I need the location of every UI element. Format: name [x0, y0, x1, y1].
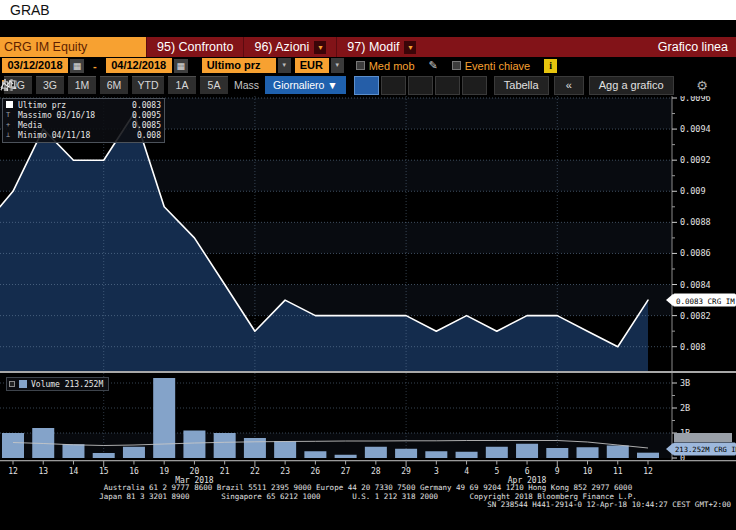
volume-bar — [62, 444, 84, 458]
window-title: GRAB — [0, 0, 736, 20]
expander-icon[interactable] — [9, 381, 15, 387]
menu-item-confronto[interactable]: 95) Confronto — [146, 37, 243, 57]
chevron-down-icon[interactable]: ▼ — [404, 41, 416, 54]
currency-select[interactable]: EUR — [295, 58, 329, 73]
volume-bar — [425, 451, 447, 458]
volume-pane: 01B2B3B213.252M CRG IM — [0, 373, 736, 460]
volume-bar — [637, 453, 659, 458]
price-tick-label: 0.0094 — [680, 124, 711, 134]
x-tick-label: 23 — [280, 467, 290, 476]
chart-toolbar: 1G 3G 1M 6M YTD 1A 5A Mass Giornaliero ▼… — [0, 74, 736, 96]
chevron-down-icon[interactable]: ▼ — [314, 41, 326, 54]
period-button-5a[interactable]: 5A — [200, 76, 228, 94]
chevron-down-icon[interactable]: ▼ — [331, 58, 344, 73]
volume-bar — [93, 453, 115, 458]
date-from-input[interactable]: 03/12/2018 — [2, 58, 68, 73]
mass-label[interactable]: Mass — [234, 79, 259, 91]
series-swatch-icon — [6, 101, 18, 110]
volume-swatch-icon — [19, 380, 27, 388]
x-tick-label: 21 — [220, 467, 230, 476]
eventi-chiave-checkbox[interactable] — [452, 61, 461, 70]
period-button-ytd[interactable]: YTD — [132, 76, 164, 94]
footer: Australia 61 2 9777 8600 Brazil 5511 239… — [0, 484, 736, 510]
price-tick-label: 0.008 — [680, 342, 706, 352]
volume-bar — [153, 378, 175, 458]
date-to-input[interactable]: 04/12/2018 — [106, 58, 172, 73]
agg-a-grafico-button[interactable]: Agg a grafico — [589, 76, 674, 95]
footer-session-line: SN 238544 H441-2914-0 12-Apr-18 10:44:27… — [0, 501, 736, 510]
x-tick-label: 19 — [159, 467, 169, 476]
price-tick-label: 0.0092 — [680, 155, 711, 165]
volume-bar — [183, 431, 205, 459]
x-tick-label: 4 — [464, 467, 469, 476]
price-tick-label: 0.009 — [680, 186, 706, 196]
volume-bar — [365, 447, 387, 458]
line-chart-icon[interactable] — [354, 76, 379, 95]
x-tick-label: 5 — [494, 467, 499, 476]
x-tick-label: 26 — [311, 467, 321, 476]
x-tick-label: 13 — [38, 467, 48, 476]
mini-chart-icon — [0, 80, 14, 91]
price-field-select[interactable]: Ultimo prz — [202, 58, 276, 73]
volume-bar — [456, 452, 478, 458]
mean-marker-icon: + — [6, 121, 18, 129]
med-mob-checkbox[interactable] — [356, 61, 365, 70]
volume-bar — [335, 455, 357, 458]
view-title: Grafico linea — [658, 37, 736, 57]
date-field-row: 03/12/2018 ▦ - 04/12/2018 ▦ Ultimo prz ▼… — [0, 57, 736, 74]
x-tick-label: 9 — [555, 467, 560, 476]
x-tick-label: 12 — [8, 467, 18, 476]
tick-arrows-icon[interactable] — [462, 76, 487, 95]
date-range-separator: - — [93, 60, 97, 72]
x-tick-label: 27 — [341, 467, 351, 476]
pane-separator[interactable] — [0, 371, 736, 373]
eventi-chiave-label: Eventi chiave — [465, 60, 530, 72]
volume-tick-label: 3B — [680, 378, 690, 388]
pencil-icon[interactable]: ✎ — [429, 59, 438, 72]
candlestick-icon[interactable] — [381, 76, 406, 95]
med-mob-label: Med mob — [369, 60, 415, 72]
collapse-button[interactable]: « — [554, 76, 584, 95]
x-tick-label: 3 — [434, 467, 439, 476]
candle-volume-icon[interactable] — [435, 76, 460, 95]
volume-legend[interactable]: Volume 213.252M — [6, 377, 109, 391]
x-tick-label: 28 — [371, 467, 381, 476]
period-button-6m[interactable]: 6M — [100, 76, 128, 94]
legend-row-minimo: ⊥ Minimo 04/11/18 0.008 — [6, 130, 161, 140]
menu-item-azioni[interactable]: 96) Azioni ▼ — [243, 37, 336, 57]
period-button-3g[interactable]: 3G — [36, 76, 64, 94]
calendar-icon[interactable]: ▦ — [174, 59, 188, 73]
chevron-down-icon[interactable]: ▼ — [278, 58, 291, 73]
info-icon[interactable]: i — [544, 59, 557, 73]
gear-icon[interactable]: ⚙ — [696, 78, 708, 93]
volume-bar — [214, 433, 236, 458]
price-legend[interactable]: Ultimo prz 0.0083 T Massimo 03/16/18 0.0… — [2, 98, 165, 143]
volume-bar — [123, 447, 145, 458]
calendar-icon[interactable]: ▦ — [70, 59, 84, 73]
hidden-tag — [674, 433, 732, 442]
bloomberg-terminal-screen: GRAB CRG IM Equity 95) Confronto 96) Azi… — [0, 0, 736, 530]
volume-bar — [546, 448, 568, 458]
x-tick-label: 22 — [250, 467, 260, 476]
price-tick-label: 0.0086 — [680, 248, 711, 258]
x-tick-label: 6 — [525, 467, 530, 476]
volume-tick-label: 2B — [680, 403, 690, 413]
x-axis: 121314151619202122232627282934569101112M… — [0, 460, 736, 485]
volume-bar — [607, 446, 629, 459]
security-input[interactable]: CRG IM Equity — [0, 37, 146, 57]
tabella-button[interactable]: Tabella — [494, 76, 549, 95]
menu-item-modif[interactable]: 97) Modif ▼ — [336, 37, 426, 57]
volume-bar — [244, 438, 266, 458]
period-button-1m[interactable]: 1M — [68, 76, 96, 94]
legend-row-massimo: T Massimo 03/16/18 0.0095 — [6, 110, 161, 120]
period-button-1a[interactable]: 1A — [168, 76, 196, 94]
volume-tag-label: 213.252M CRG IM — [675, 445, 736, 454]
ohlc-bars-icon[interactable] — [408, 76, 433, 95]
x-tick-label: 29 — [401, 467, 411, 476]
x-tick-label: 16 — [129, 467, 139, 476]
price-tag-label: 0.0083 CRG IM — [676, 297, 735, 306]
price-tick-label: 0.0096 — [680, 96, 711, 103]
frequency-select[interactable]: Giornaliero ▼ — [265, 76, 346, 94]
x-tick-label: 14 — [69, 467, 79, 476]
volume-bar — [395, 449, 417, 458]
